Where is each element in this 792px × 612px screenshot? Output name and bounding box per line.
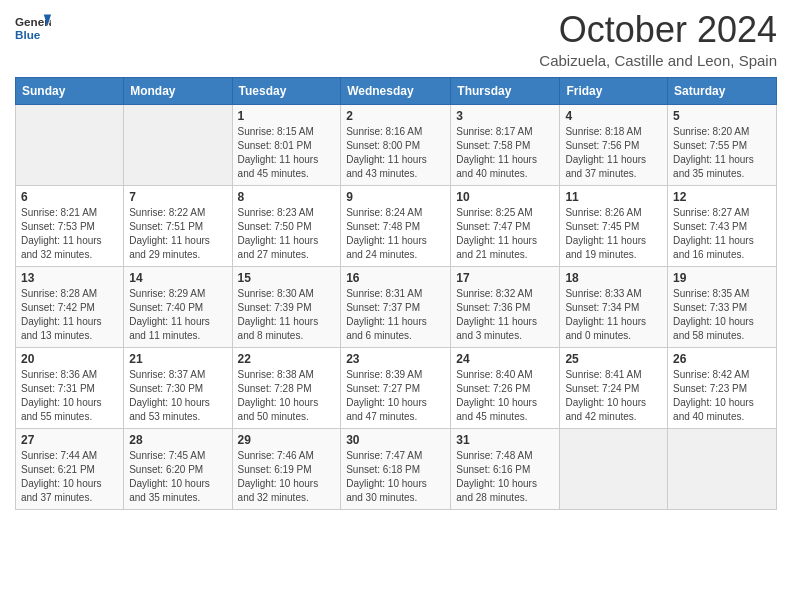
day-number: 13 bbox=[21, 271, 118, 285]
day-info: Sunrise: 8:21 AM Sunset: 7:53 PM Dayligh… bbox=[21, 206, 118, 262]
day-info: Sunrise: 8:35 AM Sunset: 7:33 PM Dayligh… bbox=[673, 287, 771, 343]
day-number: 20 bbox=[21, 352, 118, 366]
day-info: Sunrise: 8:37 AM Sunset: 7:30 PM Dayligh… bbox=[129, 368, 226, 424]
day-number: 26 bbox=[673, 352, 771, 366]
day-info: Sunrise: 7:47 AM Sunset: 6:18 PM Dayligh… bbox=[346, 449, 445, 505]
day-info: Sunrise: 7:45 AM Sunset: 6:20 PM Dayligh… bbox=[129, 449, 226, 505]
day-cell bbox=[16, 104, 124, 185]
col-saturday: Saturday bbox=[668, 77, 777, 104]
day-cell: 28Sunrise: 7:45 AM Sunset: 6:20 PM Dayli… bbox=[124, 428, 232, 509]
day-cell: 23Sunrise: 8:39 AM Sunset: 7:27 PM Dayli… bbox=[341, 347, 451, 428]
day-info: Sunrise: 8:33 AM Sunset: 7:34 PM Dayligh… bbox=[565, 287, 662, 343]
day-cell: 13Sunrise: 8:28 AM Sunset: 7:42 PM Dayli… bbox=[16, 266, 124, 347]
day-cell bbox=[668, 428, 777, 509]
location-title: Cabizuela, Castille and Leon, Spain bbox=[539, 52, 777, 69]
title-block: October 2024 Cabizuela, Castille and Leo… bbox=[539, 10, 777, 69]
day-cell: 20Sunrise: 8:36 AM Sunset: 7:31 PM Dayli… bbox=[16, 347, 124, 428]
day-cell: 2Sunrise: 8:16 AM Sunset: 8:00 PM Daylig… bbox=[341, 104, 451, 185]
day-cell: 30Sunrise: 7:47 AM Sunset: 6:18 PM Dayli… bbox=[341, 428, 451, 509]
week-row-5: 27Sunrise: 7:44 AM Sunset: 6:21 PM Dayli… bbox=[16, 428, 777, 509]
day-cell: 5Sunrise: 8:20 AM Sunset: 7:55 PM Daylig… bbox=[668, 104, 777, 185]
week-row-1: 1Sunrise: 8:15 AM Sunset: 8:01 PM Daylig… bbox=[16, 104, 777, 185]
logo-icon: General Blue bbox=[15, 10, 51, 46]
day-number: 25 bbox=[565, 352, 662, 366]
col-sunday: Sunday bbox=[16, 77, 124, 104]
day-info: Sunrise: 8:29 AM Sunset: 7:40 PM Dayligh… bbox=[129, 287, 226, 343]
week-row-3: 13Sunrise: 8:28 AM Sunset: 7:42 PM Dayli… bbox=[16, 266, 777, 347]
day-cell: 15Sunrise: 8:30 AM Sunset: 7:39 PM Dayli… bbox=[232, 266, 341, 347]
header-row: Sunday Monday Tuesday Wednesday Thursday… bbox=[16, 77, 777, 104]
day-number: 27 bbox=[21, 433, 118, 447]
day-cell: 21Sunrise: 8:37 AM Sunset: 7:30 PM Dayli… bbox=[124, 347, 232, 428]
day-cell: 12Sunrise: 8:27 AM Sunset: 7:43 PM Dayli… bbox=[668, 185, 777, 266]
day-cell: 4Sunrise: 8:18 AM Sunset: 7:56 PM Daylig… bbox=[560, 104, 668, 185]
day-info: Sunrise: 8:17 AM Sunset: 7:58 PM Dayligh… bbox=[456, 125, 554, 181]
day-cell: 19Sunrise: 8:35 AM Sunset: 7:33 PM Dayli… bbox=[668, 266, 777, 347]
day-info: Sunrise: 7:46 AM Sunset: 6:19 PM Dayligh… bbox=[238, 449, 336, 505]
day-number: 16 bbox=[346, 271, 445, 285]
day-number: 10 bbox=[456, 190, 554, 204]
day-number: 18 bbox=[565, 271, 662, 285]
day-number: 28 bbox=[129, 433, 226, 447]
day-number: 11 bbox=[565, 190, 662, 204]
day-cell: 3Sunrise: 8:17 AM Sunset: 7:58 PM Daylig… bbox=[451, 104, 560, 185]
day-number: 4 bbox=[565, 109, 662, 123]
day-info: Sunrise: 8:20 AM Sunset: 7:55 PM Dayligh… bbox=[673, 125, 771, 181]
day-info: Sunrise: 8:30 AM Sunset: 7:39 PM Dayligh… bbox=[238, 287, 336, 343]
day-cell: 25Sunrise: 8:41 AM Sunset: 7:24 PM Dayli… bbox=[560, 347, 668, 428]
day-number: 30 bbox=[346, 433, 445, 447]
day-number: 9 bbox=[346, 190, 445, 204]
day-info: Sunrise: 8:31 AM Sunset: 7:37 PM Dayligh… bbox=[346, 287, 445, 343]
day-number: 19 bbox=[673, 271, 771, 285]
day-info: Sunrise: 8:39 AM Sunset: 7:27 PM Dayligh… bbox=[346, 368, 445, 424]
calendar-table: Sunday Monday Tuesday Wednesday Thursday… bbox=[15, 77, 777, 510]
week-row-4: 20Sunrise: 8:36 AM Sunset: 7:31 PM Dayli… bbox=[16, 347, 777, 428]
day-info: Sunrise: 8:42 AM Sunset: 7:23 PM Dayligh… bbox=[673, 368, 771, 424]
day-number: 31 bbox=[456, 433, 554, 447]
day-info: Sunrise: 8:26 AM Sunset: 7:45 PM Dayligh… bbox=[565, 206, 662, 262]
day-info: Sunrise: 7:44 AM Sunset: 6:21 PM Dayligh… bbox=[21, 449, 118, 505]
col-friday: Friday bbox=[560, 77, 668, 104]
day-number: 2 bbox=[346, 109, 445, 123]
day-number: 22 bbox=[238, 352, 336, 366]
day-cell: 14Sunrise: 8:29 AM Sunset: 7:40 PM Dayli… bbox=[124, 266, 232, 347]
day-number: 15 bbox=[238, 271, 336, 285]
day-info: Sunrise: 8:38 AM Sunset: 7:28 PM Dayligh… bbox=[238, 368, 336, 424]
day-info: Sunrise: 8:25 AM Sunset: 7:47 PM Dayligh… bbox=[456, 206, 554, 262]
day-number: 8 bbox=[238, 190, 336, 204]
day-number: 12 bbox=[673, 190, 771, 204]
svg-text:Blue: Blue bbox=[15, 28, 41, 41]
col-monday: Monday bbox=[124, 77, 232, 104]
col-wednesday: Wednesday bbox=[341, 77, 451, 104]
day-info: Sunrise: 7:48 AM Sunset: 6:16 PM Dayligh… bbox=[456, 449, 554, 505]
day-number: 1 bbox=[238, 109, 336, 123]
day-cell: 10Sunrise: 8:25 AM Sunset: 7:47 PM Dayli… bbox=[451, 185, 560, 266]
day-number: 3 bbox=[456, 109, 554, 123]
col-thursday: Thursday bbox=[451, 77, 560, 104]
day-info: Sunrise: 8:36 AM Sunset: 7:31 PM Dayligh… bbox=[21, 368, 118, 424]
day-number: 5 bbox=[673, 109, 771, 123]
day-cell: 8Sunrise: 8:23 AM Sunset: 7:50 PM Daylig… bbox=[232, 185, 341, 266]
day-info: Sunrise: 8:40 AM Sunset: 7:26 PM Dayligh… bbox=[456, 368, 554, 424]
day-cell: 9Sunrise: 8:24 AM Sunset: 7:48 PM Daylig… bbox=[341, 185, 451, 266]
day-cell: 7Sunrise: 8:22 AM Sunset: 7:51 PM Daylig… bbox=[124, 185, 232, 266]
day-number: 7 bbox=[129, 190, 226, 204]
day-info: Sunrise: 8:16 AM Sunset: 8:00 PM Dayligh… bbox=[346, 125, 445, 181]
day-cell bbox=[560, 428, 668, 509]
day-info: Sunrise: 8:23 AM Sunset: 7:50 PM Dayligh… bbox=[238, 206, 336, 262]
week-row-2: 6Sunrise: 8:21 AM Sunset: 7:53 PM Daylig… bbox=[16, 185, 777, 266]
day-info: Sunrise: 8:22 AM Sunset: 7:51 PM Dayligh… bbox=[129, 206, 226, 262]
day-cell: 26Sunrise: 8:42 AM Sunset: 7:23 PM Dayli… bbox=[668, 347, 777, 428]
day-cell: 31Sunrise: 7:48 AM Sunset: 6:16 PM Dayli… bbox=[451, 428, 560, 509]
day-number: 6 bbox=[21, 190, 118, 204]
day-number: 21 bbox=[129, 352, 226, 366]
day-info: Sunrise: 8:24 AM Sunset: 7:48 PM Dayligh… bbox=[346, 206, 445, 262]
day-cell: 11Sunrise: 8:26 AM Sunset: 7:45 PM Dayli… bbox=[560, 185, 668, 266]
logo: General Blue bbox=[15, 10, 51, 46]
col-tuesday: Tuesday bbox=[232, 77, 341, 104]
day-info: Sunrise: 8:18 AM Sunset: 7:56 PM Dayligh… bbox=[565, 125, 662, 181]
day-cell: 6Sunrise: 8:21 AM Sunset: 7:53 PM Daylig… bbox=[16, 185, 124, 266]
day-number: 29 bbox=[238, 433, 336, 447]
day-cell: 27Sunrise: 7:44 AM Sunset: 6:21 PM Dayli… bbox=[16, 428, 124, 509]
day-cell bbox=[124, 104, 232, 185]
